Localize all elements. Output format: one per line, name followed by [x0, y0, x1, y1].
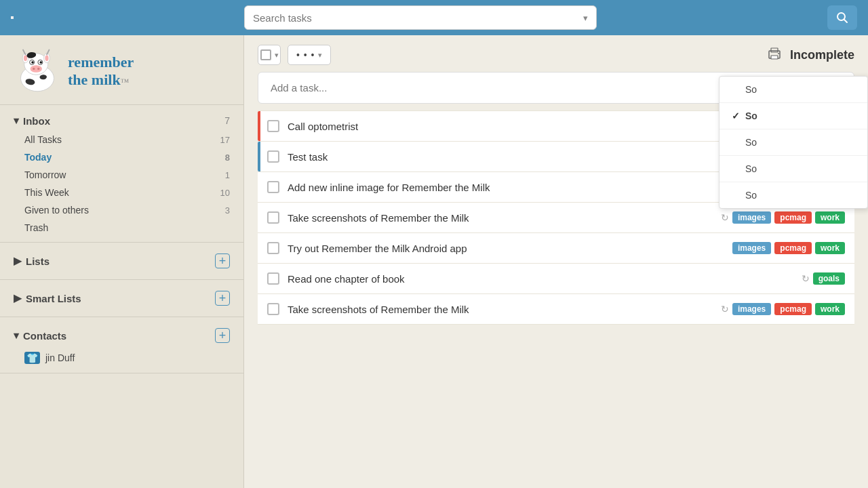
- contacts-header[interactable]: ▾ Contacts +: [0, 323, 243, 348]
- chevron-down-icon-contacts: ▾: [14, 329, 19, 342]
- tag-pcmag[interactable]: pcmag: [774, 303, 812, 315]
- main-layout: remember the milk™ ▾ Inbox 7 All Tasks 1…: [0, 35, 868, 488]
- svg-point-14: [31, 65, 43, 73]
- tag-images[interactable]: images: [732, 211, 771, 224]
- task-name: Take screenshots of Remember the Milk: [288, 304, 713, 315]
- task-checkbox[interactable]: [267, 211, 279, 224]
- sort-item[interactable]: ✓ So: [719, 156, 867, 182]
- lists-header[interactable]: ▶ Lists +: [0, 248, 243, 274]
- sort-item-label: So: [745, 84, 757, 95]
- svg-rect-22: [771, 48, 778, 52]
- tag-images[interactable]: images: [732, 242, 771, 254]
- sort-item-label: So: [745, 163, 757, 174]
- sidebar-item-this-week[interactable]: This Week 10: [0, 184, 243, 201]
- task-name: Try out Remember the Milk Android app: [288, 243, 724, 254]
- logo-text: remember the milk™: [68, 54, 134, 89]
- svg-point-13: [40, 61, 43, 64]
- task-checkbox[interactable]: [267, 120, 279, 132]
- select-all-button[interactable]: ▾: [258, 45, 281, 65]
- inbox-section: ▾ Inbox 7 All Tasks 17 Today 8 Tomorrow …: [0, 105, 243, 243]
- tag-images[interactable]: images: [732, 303, 771, 315]
- sort-item[interactable]: ✓ So: [719, 77, 867, 103]
- top-nav: ▾: [0, 0, 868, 35]
- sort-item-label: So: [745, 137, 757, 148]
- print-button[interactable]: [767, 46, 782, 64]
- chevron-down-icon: ▾: [14, 115, 19, 127]
- sort-item-label: So: [745, 190, 757, 201]
- incomplete-label: Incomplete: [790, 48, 854, 62]
- svg-point-12: [31, 61, 34, 64]
- smart-lists-add-button[interactable]: +: [215, 291, 230, 306]
- task-checkbox[interactable]: [267, 150, 279, 163]
- tag-work[interactable]: work: [815, 211, 845, 224]
- lists-add-button[interactable]: +: [215, 253, 230, 268]
- chevron-right-icon: ▶: [14, 255, 22, 267]
- menu-button[interactable]: [11, 16, 14, 19]
- svg-point-16: [37, 68, 40, 70]
- sidebar-item-given-to-others[interactable]: Given to others 3: [0, 201, 243, 219]
- sort-item-label: So: [745, 110, 757, 121]
- refresh-icon: ↻: [721, 212, 729, 223]
- smart-lists-label: Smart Lists: [26, 293, 81, 304]
- content-area: ▾ • • • ▾ Incomplete: [244, 35, 868, 488]
- sidebar: remember the milk™ ▾ Inbox 7 All Tasks 1…: [0, 35, 244, 488]
- select-dropdown-icon: ▾: [275, 51, 279, 60]
- tag-work[interactable]: work: [815, 303, 845, 315]
- svg-point-7: [45, 55, 48, 61]
- sort-dropdown: ✓ So ✓ So ✓ So ✓ So ✓ So: [719, 76, 868, 209]
- contacts-section: ▾ Contacts + 👕 jin Duff: [0, 317, 243, 373]
- task-tags: ↻ goals: [802, 272, 845, 285]
- contact-item-jin-duff[interactable]: 👕 jin Duff: [0, 348, 243, 367]
- lists-section: ▶ Lists +: [0, 243, 243, 280]
- task-checkbox[interactable]: [267, 242, 279, 254]
- task-name: Read one chapter of book: [288, 273, 793, 285]
- more-actions-button[interactable]: • • • ▾: [288, 45, 331, 65]
- task-tags: ↻ images pcmag work: [721, 303, 845, 315]
- search-dropdown-icon[interactable]: ▾: [583, 13, 588, 23]
- tag-goals[interactable]: goals: [813, 272, 845, 285]
- smart-lists-header[interactable]: ▶ Smart Lists +: [0, 285, 243, 311]
- more-actions-dropdown-icon: ▾: [318, 51, 322, 60]
- refresh-icon: ↻: [802, 273, 810, 284]
- tag-pcmag[interactable]: pcmag: [774, 242, 812, 254]
- toolbar-left: ▾ • • • ▾: [258, 45, 331, 65]
- sidebar-item-trash[interactable]: Trash: [0, 219, 243, 237]
- sort-item[interactable]: ✓ So: [719, 129, 867, 156]
- svg-rect-21: [771, 56, 778, 59]
- search-bar: ▾: [244, 5, 597, 30]
- task-item: Take screenshots of Remember the Milk ↻ …: [258, 294, 854, 325]
- task-checkbox[interactable]: [267, 272, 279, 285]
- logo-area: remember the milk™: [0, 35, 243, 105]
- sidebar-item-today[interactable]: Today 8: [0, 148, 243, 166]
- task-tags: images pcmag work: [732, 242, 845, 254]
- inbox-header[interactable]: ▾ Inbox 7: [0, 110, 243, 131]
- tag-work[interactable]: work: [815, 242, 845, 254]
- contact-avatar: 👕: [24, 352, 40, 364]
- sidebar-item-tomorrow[interactable]: Tomorrow 1: [0, 166, 243, 184]
- svg-point-15: [33, 68, 35, 70]
- priority-bar-medium: [258, 142, 260, 171]
- task-tags: ↻ images pcmag work: [721, 211, 845, 224]
- svg-point-23: [778, 53, 779, 54]
- svg-line-1: [844, 20, 848, 23]
- search-button[interactable]: [827, 5, 857, 30]
- task-name: Take screenshots of Remember the Milk: [288, 212, 713, 224]
- contacts-label: Contacts: [23, 330, 66, 342]
- task-item: Read one chapter of book ↻ goals: [258, 264, 854, 294]
- inbox-label: Inbox: [23, 115, 50, 127]
- sort-item-active[interactable]: ✓ So: [719, 103, 867, 129]
- tag-pcmag[interactable]: pcmag: [774, 211, 812, 224]
- chevron-right-icon-smart: ▶: [14, 292, 22, 304]
- logo-cow-icon: [14, 47, 61, 95]
- contact-name: jin Duff: [45, 352, 75, 363]
- smart-lists-section: ▶ Smart Lists +: [0, 280, 243, 317]
- sort-item[interactable]: ✓ So: [719, 182, 867, 208]
- task-checkbox[interactable]: [267, 303, 279, 315]
- task-checkbox[interactable]: [267, 181, 279, 193]
- contacts-add-button[interactable]: +: [215, 328, 230, 343]
- inbox-count: 7: [224, 115, 230, 126]
- sidebar-item-all-tasks[interactable]: All Tasks 17: [0, 131, 243, 148]
- task-item: Try out Remember the Milk Android app im…: [258, 233, 854, 264]
- search-input[interactable]: [253, 12, 583, 24]
- select-all-checkbox: [260, 49, 271, 60]
